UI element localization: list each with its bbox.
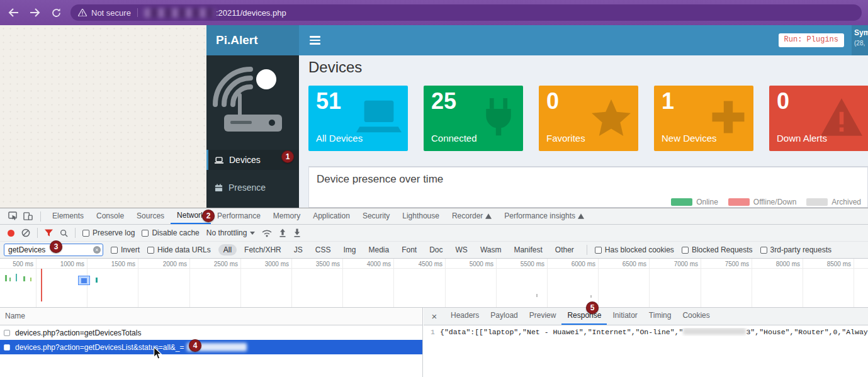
tab-recorder[interactable]: Recorder bbox=[446, 208, 498, 224]
throttling-dropdown[interactable]: No throttling bbox=[206, 228, 256, 237]
tab-sources[interactable]: Sources bbox=[130, 208, 171, 224]
tab-label: Recorder bbox=[452, 209, 483, 223]
hide-data-urls-checkbox[interactable] bbox=[147, 247, 154, 254]
inspect-element-button[interactable] bbox=[5, 209, 20, 224]
preserve-log-checkbox[interactable] bbox=[82, 230, 89, 237]
filter-chip-manifest[interactable]: Manifest bbox=[509, 244, 547, 256]
hide-data-urls-toggle[interactable]: Hide data URLs bbox=[147, 245, 211, 254]
response-line[interactable]: 1 {"data":[["laptop","Net - Huawei","Int… bbox=[424, 328, 868, 336]
third-party-requests-checkbox[interactable] bbox=[760, 247, 767, 254]
filter-chip-fetch-xhr[interactable]: Fetch/XHR bbox=[239, 244, 286, 256]
blocked-requests-toggle[interactable]: Blocked Requests bbox=[682, 245, 753, 254]
timeline-tick: 1500 ms bbox=[93, 261, 135, 267]
legend-label: Online bbox=[696, 198, 718, 206]
network-conditions-icon[interactable] bbox=[262, 229, 272, 237]
tab-payload[interactable]: Payload bbox=[485, 308, 523, 325]
tab-security[interactable]: Security bbox=[356, 208, 396, 224]
annotation-badge-1: 1 bbox=[281, 150, 294, 163]
filter-chip-js[interactable]: JS bbox=[289, 244, 308, 256]
third-party-requests-toggle[interactable]: 3rd-party requests bbox=[760, 245, 831, 254]
tab-application[interactable]: Application bbox=[307, 208, 356, 224]
tab-timing[interactable]: Timing bbox=[643, 308, 677, 325]
network-filterbar: getDevices × Invert Hide data URLs All F… bbox=[0, 242, 868, 259]
tab-performance-insights[interactable]: Performance insights bbox=[498, 208, 590, 224]
filter-chip-all[interactable]: All bbox=[218, 244, 237, 256]
search-icon[interactable] bbox=[60, 229, 68, 237]
topnav-right-line2: (28, bbox=[854, 40, 868, 47]
invert-toggle[interactable]: Invert bbox=[111, 245, 140, 254]
infobox-favorites[interactable]: 0 Favorites bbox=[539, 86, 638, 151]
annotation-badge-3: 3 bbox=[50, 240, 62, 253]
timeline-tick: 1000 ms bbox=[42, 261, 84, 267]
filter-chip-css[interactable]: CSS bbox=[310, 244, 336, 256]
close-details-icon[interactable]: × bbox=[430, 312, 439, 321]
topnav-right-block[interactable]: Sym (28, bbox=[852, 25, 868, 55]
filter-chip-font[interactable]: Font bbox=[397, 244, 422, 256]
infobox-down-alerts[interactable]: 0 Down Alerts bbox=[769, 86, 868, 151]
request-checkbox[interactable] bbox=[4, 330, 10, 336]
address-bar[interactable]: Not secure :20211/devices.php bbox=[70, 4, 862, 21]
clear-filter-icon[interactable]: × bbox=[93, 246, 101, 254]
network-overview-timeline[interactable]: 500 ms 1000 ms 1500 ms 2000 ms 2500 ms 3… bbox=[0, 259, 868, 308]
request-row[interactable]: devices.php?action=getDevicesTotals bbox=[0, 325, 422, 340]
timeline-tick: 500 ms bbox=[0, 261, 33, 267]
presence-panel: Device presence over time Online Offline… bbox=[308, 166, 868, 208]
invert-label: Invert bbox=[121, 245, 140, 254]
timeline-tick: 3500 ms bbox=[297, 261, 340, 267]
back-button[interactable] bbox=[5, 4, 21, 21]
run-plugins-button[interactable]: Run: Plugins bbox=[779, 33, 844, 47]
filter-chip-wasm[interactable]: Wasm bbox=[475, 244, 507, 256]
app-content: Devices 51 All Devices 25 Connected 0 Fa… bbox=[299, 55, 868, 208]
disable-cache-toggle[interactable]: Disable cache bbox=[142, 228, 199, 237]
timeline-tick: 8500 ms bbox=[808, 261, 851, 267]
record-network-log-button[interactable] bbox=[8, 230, 14, 237]
app-topnav: Run: Plugins Sym (28, bbox=[299, 25, 868, 55]
request-name: devices.php?action=getDevicesTotals bbox=[15, 329, 141, 337]
tab-cookies[interactable]: Cookies bbox=[677, 308, 715, 325]
tab-console[interactable]: Console bbox=[90, 208, 130, 224]
tab-preview[interactable]: Preview bbox=[524, 308, 562, 325]
import-har-icon[interactable] bbox=[279, 228, 286, 237]
warning-triangle-icon bbox=[821, 98, 862, 136]
laptop-icon bbox=[215, 157, 223, 164]
tab-headers[interactable]: Headers bbox=[445, 308, 485, 325]
has-blocked-cookies-toggle[interactable]: Has blocked cookies bbox=[595, 245, 674, 254]
filter-chip-doc[interactable]: Doc bbox=[424, 244, 448, 256]
timeline-tick: 8000 ms bbox=[757, 261, 800, 267]
tab-memory[interactable]: Memory bbox=[267, 208, 307, 224]
filter-chip-img[interactable]: Img bbox=[338, 244, 361, 256]
tab-lighthouse[interactable]: Lighthouse bbox=[396, 208, 446, 224]
redacted-host bbox=[144, 8, 215, 18]
disable-cache-checkbox[interactable] bbox=[142, 230, 149, 237]
sidebar-item-presence[interactable]: Presence bbox=[206, 177, 299, 198]
blocked-requests-checkbox[interactable] bbox=[682, 247, 689, 254]
filter-chip-media[interactable]: Media bbox=[363, 244, 394, 256]
device-toolbar-button[interactable] bbox=[20, 209, 35, 224]
filter-funnel-icon[interactable] bbox=[45, 229, 53, 237]
filter-chip-other[interactable]: Other bbox=[550, 244, 579, 256]
request-row-selected[interactable]: devices.php?action=getDevicesList&status… bbox=[0, 340, 422, 354]
tab-elements[interactable]: Elements bbox=[46, 208, 90, 224]
hamburger-menu-button[interactable] bbox=[310, 36, 320, 47]
name-column-header[interactable]: Name bbox=[0, 308, 422, 325]
has-blocked-cookies-checkbox[interactable] bbox=[595, 247, 602, 254]
request-checkbox[interactable] bbox=[4, 344, 10, 351]
tab-initiator[interactable]: Initiator bbox=[607, 308, 643, 325]
infobox-new-devices[interactable]: 1 New Devices bbox=[654, 86, 753, 151]
forward-button[interactable] bbox=[26, 4, 43, 21]
tab-performance[interactable]: Performance bbox=[211, 208, 267, 224]
tab-response[interactable]: Response bbox=[561, 308, 607, 325]
timeline-activity bbox=[96, 278, 98, 283]
infobox-all-devices[interactable]: 51 All Devices bbox=[308, 86, 408, 151]
preserve-log-toggle[interactable]: Preserve log bbox=[82, 228, 135, 237]
sidebar-item-label: Presence bbox=[228, 183, 266, 193]
tabbar-divider bbox=[40, 211, 41, 222]
app-logo[interactable]: Pi.Alert bbox=[206, 25, 299, 55]
clear-network-log-icon[interactable] bbox=[21, 228, 30, 237]
timeline-tick: 4500 ms bbox=[400, 261, 442, 267]
invert-checkbox[interactable] bbox=[111, 247, 118, 254]
export-har-icon[interactable] bbox=[293, 228, 301, 237]
filter-chip-ws[interactable]: WS bbox=[451, 244, 473, 256]
infobox-connected[interactable]: 25 Connected bbox=[424, 86, 523, 151]
refresh-button[interactable] bbox=[48, 4, 64, 21]
